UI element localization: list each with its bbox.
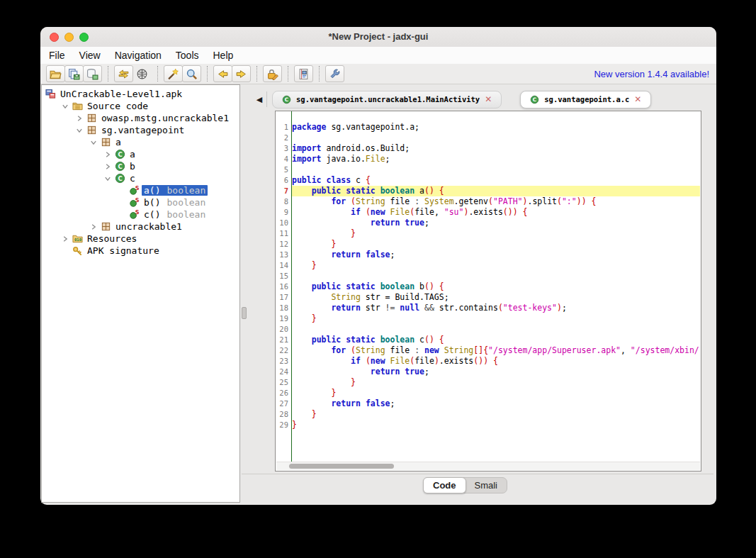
close-icon[interactable]: ✕	[485, 95, 492, 104]
line-number: 19	[276, 313, 291, 324]
code-line	[292, 324, 700, 335]
code-line: }	[292, 420, 700, 430]
tree-item[interactable]: UnCrackable-Level1.apk	[42, 88, 239, 100]
tab-scroll-left-button[interactable]: ◀	[252, 91, 267, 107]
toolbar-groups	[46, 64, 344, 84]
tree-label-wrap: UnCrackable-Level1.apk	[58, 89, 184, 99]
code-line: String str = Build.TAGS;	[292, 292, 700, 303]
deobfuscation-button[interactable]	[164, 65, 183, 82]
svg-text:C: C	[118, 163, 122, 170]
tree-label-wrap: APK signature	[85, 245, 162, 256]
expand-icon[interactable]	[101, 164, 114, 169]
wand-icon	[167, 68, 179, 80]
panel-splitter[interactable]	[241, 84, 247, 505]
tree-item-label: owasp.mstg.uncrackable1	[101, 113, 229, 123]
main-area: UnCrackable-Level1.apkSource codeowasp.m…	[40, 84, 716, 505]
tree-item[interactable]: sg.vantagepoint	[42, 124, 239, 136]
sign-button[interactable]	[263, 65, 282, 82]
close-icon[interactable]: ✕	[634, 95, 641, 104]
tree-item[interactable]: Sc()boolean	[42, 208, 239, 221]
tree-item[interactable]: Cc	[42, 172, 239, 184]
code-line: for (String file : new String[]{"/system…	[292, 345, 700, 356]
code-editor[interactable]: 1234567891011121314151617181920212223242…	[275, 111, 701, 471]
tree-label-wrap: uncrackable1	[113, 221, 184, 232]
collapse-icon[interactable]	[59, 104, 72, 109]
collapse-icon[interactable]	[101, 176, 114, 182]
svg-text:010: 010	[74, 238, 81, 242]
tree-item[interactable]: Sa()boolean	[42, 184, 239, 196]
expand-icon[interactable]	[87, 224, 100, 230]
tree-item-label: Resources	[87, 233, 137, 244]
code-smali-switcher: CodeSmali	[423, 477, 507, 493]
collapse-icon[interactable]	[87, 140, 100, 145]
tree-item[interactable]: owasp.mstg.uncrackable1	[42, 112, 239, 124]
toolbar-separator	[207, 66, 208, 82]
expand-icon[interactable]	[73, 116, 86, 121]
code-line	[292, 164, 700, 175]
line-number: 17	[276, 292, 291, 303]
menu-bar: FileViewNavigationToolsHelp	[40, 47, 716, 65]
tree-item-label: a	[115, 137, 121, 147]
method-icon: S	[128, 197, 140, 208]
tree-item[interactable]: uncrackable1	[42, 221, 239, 233]
line-number: 14	[276, 260, 291, 271]
scrollbar-thumb[interactable]	[289, 464, 394, 469]
svg-text:S: S	[135, 185, 139, 191]
code-content[interactable]: package sg.vantagepoint.a;import android…	[292, 111, 700, 462]
title-bar[interactable]: *New Project - jadx-gui	[40, 27, 716, 48]
tree-item-label: a	[130, 149, 135, 160]
back-button[interactable]	[213, 65, 232, 82]
update-notice-link[interactable]: New version 1.4.4 available!	[594, 69, 709, 79]
tree-label-wrap: b	[128, 161, 137, 172]
class-icon: C	[114, 161, 125, 172]
reload-button[interactable]	[114, 65, 133, 82]
tree-item[interactable]: Sb()boolean	[42, 196, 239, 208]
svg-text:C: C	[285, 96, 288, 103]
tab-sg.vantagepoint.a.c[interactable]: Csg.vantagepoint.a.c✕	[520, 91, 651, 108]
tree-item[interactable]: Ca	[42, 148, 239, 160]
tree-item-label: c	[130, 173, 135, 184]
search-icon	[186, 68, 198, 80]
code-line: if (new File(file).exists()) {	[292, 356, 700, 367]
log-viewer-button[interactable]	[294, 65, 313, 82]
tree-item[interactable]: Cb	[42, 160, 239, 172]
code-view-button[interactable]: Code	[423, 477, 466, 493]
smali-view-button[interactable]: Smali	[466, 478, 507, 493]
svg-text:C: C	[118, 175, 122, 182]
flat-packages-button[interactable]	[132, 65, 152, 82]
save-all-button[interactable]	[64, 65, 84, 82]
collapse-icon[interactable]	[73, 128, 86, 133]
package-icon	[100, 221, 111, 233]
expand-icon[interactable]	[101, 152, 114, 157]
tree-item-type: boolean	[167, 197, 205, 208]
tree-item[interactable]: 010Resources	[42, 233, 239, 245]
toolbar-separator	[108, 66, 108, 82]
open-file-button[interactable]	[46, 65, 65, 82]
menu-tools[interactable]: Tools	[169, 47, 206, 64]
line-number: 1	[276, 122, 291, 133]
horizontal-scrollbar[interactable]	[276, 462, 700, 470]
line-number: 20	[276, 324, 291, 335]
code-line: public static boolean b() {	[292, 281, 700, 292]
line-number: 29	[276, 420, 291, 430]
tree-item[interactable]: Source code	[42, 100, 239, 112]
class-icon: C	[114, 149, 125, 160]
open-folder-icon	[50, 68, 62, 80]
menu-navigation[interactable]: Navigation	[108, 47, 169, 64]
preferences-button[interactable]	[325, 65, 344, 82]
export-button[interactable]	[83, 65, 102, 82]
tree-label-wrap: Resources	[85, 233, 139, 244]
line-number: 13	[276, 250, 291, 260]
tree-item[interactable]: APK signature	[42, 245, 239, 257]
search-button[interactable]	[182, 65, 201, 82]
forward-button[interactable]	[232, 65, 251, 82]
tree-item[interactable]: a	[42, 136, 239, 148]
menu-view[interactable]: View	[72, 47, 108, 64]
tab-sg.vantagepoint.uncrackable1.MainActivity[interactable]: Csg.vantagepoint.uncrackable1.MainActivi…	[272, 91, 502, 108]
source-folder-icon	[72, 101, 83, 112]
menu-help[interactable]: Help	[206, 47, 241, 64]
menu-file[interactable]: File	[42, 47, 72, 64]
expand-icon[interactable]	[59, 236, 72, 242]
line-number: 5	[276, 164, 291, 175]
code-line: }	[292, 239, 700, 250]
